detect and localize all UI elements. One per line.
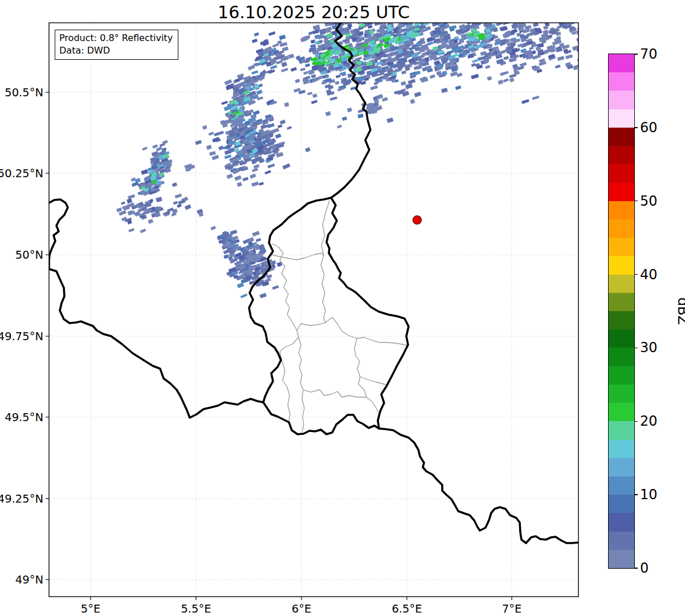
colorbar-unit-label: dBZ [675,297,685,325]
country-borders [49,23,578,543]
colorbar-segment [609,329,634,348]
district-border [301,323,325,325]
district-border [321,201,329,323]
colorbar-segment [609,256,634,275]
colorbar-tick-mark [634,127,638,128]
colorbar-segment [609,201,634,219]
colorbar-segment [609,549,634,568]
y-tick-label: 50°N [15,248,43,262]
colorbar-segment [609,439,634,458]
data-source-line: Data: DWD [59,44,173,57]
radar-echo-layer [116,0,597,298]
x-tick-label: 5°E [81,602,100,615]
colorbar-segment [609,238,634,256]
district-borders [270,201,407,431]
echo-cluster-west-band [131,140,173,203]
colorbar-segment [609,72,634,91]
country-border [249,198,331,402]
colorbar-segment [609,458,634,476]
district-border [270,253,324,260]
radar-site-dot [413,216,422,225]
colorbar-tick-mark [634,54,638,54]
country-border [379,429,578,543]
product-line: Product: 0.8° Reflectivity [59,32,173,44]
y-tick-label: 49°N [15,573,43,586]
axis-tick-labels: 5°E5.5°E6°E6.5°E7°E50.5°N50.25°N50°N49.7… [0,86,521,616]
colorbar-segment [609,421,634,440]
echo-cluster-tiny-speck-2 [184,164,195,172]
x-tick-label: 6°E [292,602,311,615]
colorbar-tick-label: 40 [640,268,658,282]
gridlines [49,23,578,597]
colorbar-segment [609,366,634,385]
echo-cluster-north-small [248,20,290,74]
district-border [280,324,301,423]
district-border [303,390,366,397]
echo-cluster-tiny-speck-1 [122,205,130,211]
colorbar-segment [609,476,634,495]
district-border [325,317,407,345]
y-tick-label: 50.5°N [5,86,43,99]
colorbar [609,54,634,568]
x-tick-label: 5.5°E [181,602,211,615]
colorbar-tick-mark [634,568,638,568]
colorbar-tick-label: 70 [640,47,658,61]
colorbar-segment [609,164,634,183]
colorbar-tick-label: 10 [640,488,658,501]
country-border [263,402,379,434]
colorbar-segment [609,219,634,238]
colorbar-tick-label: 50 [640,194,658,208]
radar-site-marker [413,216,422,225]
x-tick-label: 6.5°E [392,602,422,615]
y-tick-label: 49.25°N [0,492,43,505]
colorbar-tick-label: 20 [640,414,658,428]
colorbar-segment [609,292,634,311]
colorbar-segment [609,54,634,73]
x-tick-label: 7°E [502,602,521,615]
y-tick-label: 49.75°N [0,330,43,343]
colorbar-tick-mark [634,201,638,201]
y-tick-label: 50.25°N [0,167,43,180]
colorbar-segment [609,513,634,532]
colorbar-tick-label: 0 [640,561,649,575]
colorbar-segment [609,109,634,128]
colorbar-segment [609,311,634,330]
colorbar-tick-mark [634,494,638,495]
colorbar-segment [609,495,634,513]
echo-cluster-nw-band-main [268,0,550,129]
colorbar-segment [609,91,634,109]
colorbar-segment [609,182,634,201]
colorbar-segment [609,274,634,293]
colorbar-tick-label: 60 [640,121,658,134]
colorbar-segment [609,348,634,366]
echo-cluster-east-speck [366,94,383,115]
colorbar-tick-mark [634,274,638,275]
colorbar-segment [609,403,634,422]
colorbar-tick-label: 30 [640,341,658,354]
axes-frame [46,23,578,600]
colorbar-segment [609,531,634,550]
colorbar-segment [609,146,634,165]
colorbar-segment [609,384,634,403]
product-info-box: Product: 0.8° Reflectivity Data: DWD [55,30,178,60]
colorbar-tick-mark [634,421,638,422]
map-canvas: 5°E5.5°E6°E6.5°E7°E50.5°N50.25°N50°N49.7… [0,0,685,616]
district-border [354,338,378,411]
colorbar-segment [609,127,634,146]
district-border [360,377,386,385]
y-tick-label: 49.5°N [5,411,43,424]
radar-figure: 16.10.2025 20:25 UTC 5°E5.5°E6°E6.5°E7°E… [0,0,685,616]
colorbar-tick-mark [634,348,638,348]
